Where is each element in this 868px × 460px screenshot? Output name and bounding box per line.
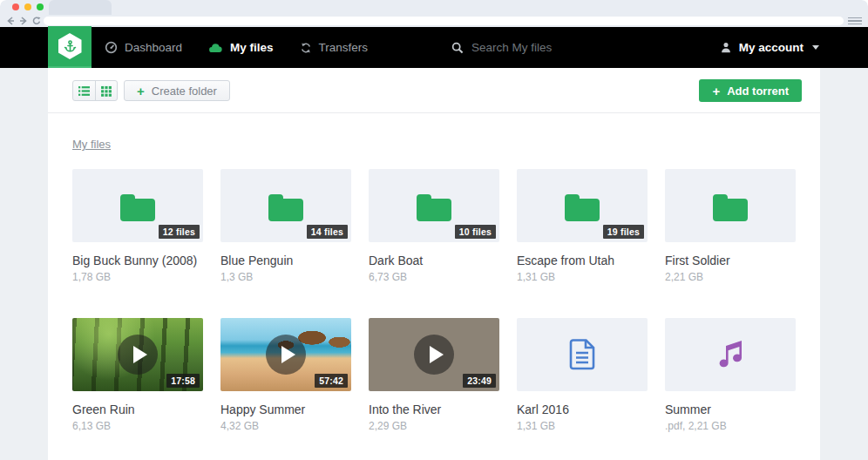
document-icon: [568, 338, 596, 371]
file-badge: 19 files: [603, 225, 644, 239]
file-name[interactable]: Dark Boat: [369, 254, 499, 268]
caret-down-icon: [812, 45, 819, 50]
file-card-karl-2016[interactable]: Karl 2016 1,31 GB: [517, 318, 648, 432]
back-icon[interactable]: [6, 17, 15, 25]
browser-chrome: [0, 0, 868, 27]
app-logo[interactable]: [48, 26, 92, 68]
file-thumbnail[interactable]: 57:42: [220, 318, 351, 391]
refresh-icon[interactable]: [32, 17, 41, 25]
app-navbar: Dashboard My files Transfers My account: [0, 27, 868, 68]
file-size: 2,21 GB: [665, 271, 796, 283]
folder-icon: [562, 191, 602, 221]
file-thumbnail[interactable]: [665, 169, 796, 242]
file-grid: 12 files Big Buck Bunny (2008) 1,78 GB 1…: [48, 152, 820, 432]
zoom-window-icon[interactable]: [37, 3, 44, 10]
navbar-search: [451, 27, 663, 68]
file-card-escape-from-utah[interactable]: 19 files Escape from Utah 1,31 GB: [517, 169, 648, 283]
content-panel: + Create folder + Add torrent My files 1…: [48, 68, 820, 460]
file-card-blue-penguin[interactable]: 14 files Blue Penguin 1,3 GB: [220, 169, 351, 283]
file-thumbnail[interactable]: [517, 318, 648, 391]
folder-icon: [414, 191, 454, 221]
account-menu[interactable]: My account: [720, 27, 819, 68]
play-icon[interactable]: [118, 335, 158, 375]
list-view-icon: [78, 85, 91, 97]
sync-icon: [300, 42, 312, 54]
close-window-icon[interactable]: [12, 3, 19, 10]
file-size: .pdf, 2,21 GB: [665, 420, 796, 432]
file-badge: 23:49: [463, 374, 496, 388]
file-name[interactable]: First Soldier: [665, 254, 796, 268]
file-size: 1,3 GB: [220, 271, 351, 283]
file-badge: 14 files: [307, 225, 348, 239]
minimize-window-icon[interactable]: [24, 3, 31, 10]
file-card-dark-boat[interactable]: 10 files Dark Boat 6,73 GB: [369, 169, 499, 283]
play-icon[interactable]: [414, 335, 454, 375]
breadcrumb-my-files[interactable]: My files: [72, 138, 111, 151]
file-card-summer[interactable]: Summer .pdf, 2,21 GB: [665, 318, 796, 432]
file-card-happy-summer[interactable]: 57:42 Happy Summer 4,32 GB: [220, 318, 351, 432]
create-folder-label: Create folder: [152, 85, 217, 98]
browser-tab[interactable]: [49, 0, 112, 15]
file-card-green-ruin[interactable]: 17:58 Green Ruin 6,13 GB: [72, 318, 203, 432]
gauge-icon: [105, 41, 118, 54]
file-thumbnail[interactable]: 17:58: [72, 318, 203, 391]
nav-item-my-files[interactable]: My files: [208, 41, 274, 54]
file-thumbnail[interactable]: 12 files: [72, 169, 203, 242]
file-name[interactable]: Escape from Utah: [517, 254, 648, 268]
file-thumbnail[interactable]: [665, 318, 796, 391]
file-name[interactable]: Summer: [665, 402, 796, 417]
file-size: 4,32 GB: [220, 420, 351, 432]
file-card-big-buck-bunny-2008-[interactable]: 12 files Big Buck Bunny (2008) 1,78 GB: [72, 169, 203, 283]
nav-label: Dashboard: [125, 41, 182, 54]
file-card-into-the-river[interactable]: 23:49 Into the River 2,29 GB: [369, 318, 499, 432]
browser-window: Dashboard My files Transfers My account: [0, 0, 868, 460]
file-card-first-soldier[interactable]: First Soldier 2,21 GB: [665, 169, 796, 283]
file-badge: 12 files: [159, 225, 200, 239]
cloud-icon: [208, 42, 223, 53]
account-label: My account: [739, 41, 804, 54]
create-folder-button[interactable]: + Create folder: [124, 80, 230, 101]
file-thumbnail[interactable]: 14 files: [220, 169, 351, 242]
file-name[interactable]: Green Ruin: [72, 402, 203, 417]
grid-view-button[interactable]: [95, 81, 117, 100]
user-icon: [720, 41, 732, 54]
music-note-icon: [715, 339, 745, 370]
files-toolbar: + Create folder + Add torrent: [48, 68, 820, 113]
file-name[interactable]: Big Buck Bunny (2008): [72, 254, 203, 268]
file-name[interactable]: Karl 2016: [517, 402, 648, 417]
nav-item-dashboard[interactable]: Dashboard: [105, 41, 182, 54]
url-bar[interactable]: [44, 17, 844, 25]
file-size: 1,31 GB: [517, 420, 648, 432]
file-size: 1,78 GB: [72, 271, 203, 283]
folder-icon: [118, 191, 158, 221]
file-name[interactable]: Blue Penguin: [220, 254, 351, 268]
file-size: 6,73 GB: [369, 271, 499, 283]
file-thumbnail[interactable]: 19 files: [517, 169, 648, 242]
file-badge: 10 files: [455, 225, 496, 239]
view-toggle: [72, 80, 118, 101]
menu-icon[interactable]: [848, 17, 862, 25]
file-name[interactable]: Happy Summer: [220, 402, 351, 417]
search-icon: [451, 42, 464, 54]
nav-item-transfers[interactable]: Transfers: [300, 41, 369, 54]
browser-toolbar: [0, 15, 868, 27]
plus-icon: +: [137, 84, 145, 98]
add-torrent-label: Add torrent: [727, 85, 789, 98]
nav-label: Transfers: [319, 41, 369, 54]
file-name[interactable]: Into the River: [369, 402, 499, 417]
anchor-logo-icon: [58, 33, 82, 59]
window-controls: [12, 3, 44, 10]
file-thumbnail[interactable]: 10 files: [369, 169, 499, 242]
play-icon[interactable]: [266, 335, 306, 375]
folder-icon: [266, 191, 306, 221]
list-view-button[interactable]: [73, 81, 95, 100]
file-size: 1,31 GB: [517, 271, 648, 283]
nav-label: My files: [230, 41, 274, 54]
file-size: 6,13 GB: [72, 420, 203, 432]
file-badge: 17:58: [166, 374, 200, 388]
forward-icon[interactable]: [19, 17, 28, 25]
add-torrent-button[interactable]: + Add torrent: [699, 79, 802, 102]
page-background: + Create folder + Add torrent My files 1…: [0, 68, 868, 460]
search-input[interactable]: [471, 41, 663, 54]
file-thumbnail[interactable]: 23:49: [369, 318, 499, 391]
